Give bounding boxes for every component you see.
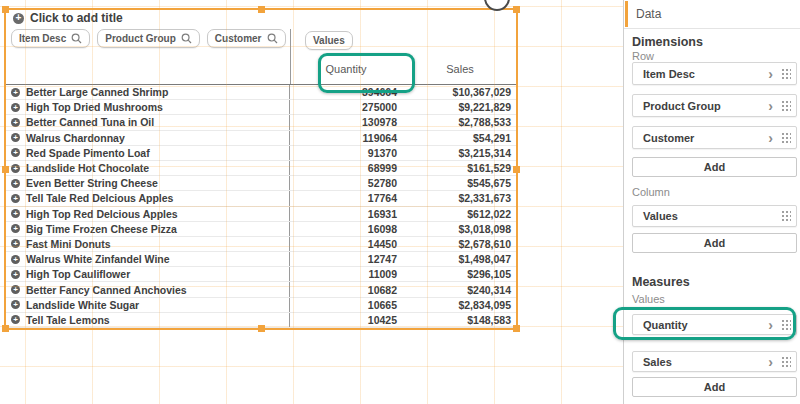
row-label: Even Better String Cheese (26, 177, 158, 189)
expand-row-icon[interactable] (11, 315, 20, 324)
column-item-label: Values (643, 210, 780, 222)
chevron-right-icon[interactable] (768, 355, 773, 369)
row-label-cell[interactable]: Tell Tale Red Delcious Apples (4, 191, 290, 205)
expand-row-icon[interactable] (11, 270, 20, 279)
row-label-cell[interactable]: Big Time Frozen Cheese Pizza (4, 222, 290, 236)
add-row-dimension-button[interactable]: Add (632, 157, 797, 177)
tab-data[interactable]: Data (624, 0, 800, 29)
drag-handle-icon[interactable] (780, 67, 791, 81)
resize-handle-top-left[interactable] (2, 6, 9, 13)
search-icon[interactable] (71, 33, 82, 44)
row-label: Better Fancy Canned Anchovies (26, 284, 187, 296)
table-row: Even Better String Cheese 52780 $545,675 (4, 176, 518, 191)
row-label: Landslide Hot Chocolate (26, 162, 149, 174)
row-label-cell[interactable]: Landslide Hot Chocolate (4, 161, 290, 175)
row-label-cell[interactable]: Landslide White Sugar (4, 298, 290, 312)
row-label: Fast Mini Donuts (26, 238, 111, 250)
measure-item-label: Sales (643, 356, 768, 368)
drag-handle-icon[interactable] (780, 318, 791, 332)
table-row: Walrus Chardonnay 119064 $54,291 (4, 131, 518, 146)
row-label-cell[interactable]: Tell Tale Lemons (4, 313, 290, 327)
expand-row-icon[interactable] (11, 164, 20, 173)
measures-heading: Measures (632, 275, 690, 289)
resize-handle-bottom-right[interactable] (513, 325, 520, 332)
dimension-filter-chip[interactable]: Product Group (97, 29, 200, 48)
row-label-cell[interactable]: Better Canned Tuna in Oil (4, 115, 290, 129)
drag-handle-icon[interactable] (780, 355, 791, 369)
row-label: High Top Red Delcious Apples (26, 208, 178, 220)
row-label-cell[interactable]: High Top Cauliflower (4, 267, 290, 281)
resize-handle-top-right[interactable] (513, 6, 520, 13)
row-label-cell[interactable]: Fast Mini Donuts (4, 237, 290, 251)
expand-row-icon[interactable] (11, 118, 20, 127)
app-screen: Click to add title Item Desc (0, 0, 800, 404)
column-item-values[interactable]: Values (632, 205, 797, 227)
sales-cell: $10,367,029 (402, 86, 518, 98)
expand-row-icon[interactable] (11, 300, 20, 309)
column-section-label: Column (632, 186, 670, 198)
quantity-cell: 17764 (290, 192, 402, 204)
row-label-cell[interactable]: Red Spade Pimento Loaf (4, 146, 290, 160)
drag-handle-icon[interactable] (780, 99, 791, 113)
expand-row-icon[interactable] (11, 88, 20, 97)
resize-handle-top-middle[interactable] (258, 6, 265, 13)
dimension-filter-chip[interactable]: Item Desc (11, 29, 90, 48)
resize-handle-middle-right[interactable] (513, 166, 520, 173)
add-column-dimension-button[interactable]: Add (632, 233, 797, 253)
column-header-quantity[interactable]: Quantity (290, 63, 402, 75)
add-measure-button[interactable]: Add (632, 377, 797, 397)
chip-label: Customer (215, 33, 262, 44)
expand-row-icon[interactable] (11, 285, 20, 294)
column-header-sales[interactable]: Sales (402, 63, 518, 75)
table-row: High Top Cauliflower 11009 $296,105 (4, 267, 518, 282)
expand-row-icon[interactable] (11, 179, 20, 188)
sales-cell: $3,018,098 (402, 223, 518, 235)
expand-row-icon[interactable] (11, 103, 20, 112)
table-row: Fast Mini Donuts 14450 $2,678,610 (4, 237, 518, 252)
expand-row-icon[interactable] (11, 239, 20, 248)
drag-handle-icon[interactable] (780, 209, 791, 223)
expand-row-icon[interactable] (11, 255, 20, 264)
measure-item[interactable]: Quantity (632, 314, 797, 335)
measure-item[interactable]: Sales (632, 351, 797, 372)
dimension-filter-chip[interactable]: Customer (207, 29, 286, 48)
dimension-item[interactable]: Product Group (632, 94, 797, 117)
dimension-item-label: Item Desc (643, 68, 768, 80)
properties-panel: Data Dimensions Row Item Desc Product Gr… (623, 0, 800, 404)
dimension-item[interactable]: Item Desc (632, 62, 797, 85)
expand-row-icon[interactable] (11, 194, 20, 203)
row-label-cell[interactable]: Even Better String Cheese (4, 176, 290, 190)
expand-row-icon[interactable] (11, 209, 20, 218)
row-label: High Top Dried Mushrooms (26, 101, 163, 113)
expand-row-icon[interactable] (11, 224, 20, 233)
search-icon[interactable] (181, 33, 192, 44)
drag-handle-icon[interactable] (780, 131, 791, 145)
row-label-cell[interactable]: High Top Red Delcious Apples (4, 207, 290, 221)
row-label: High Top Cauliflower (26, 268, 130, 280)
expand-row-icon[interactable] (11, 148, 20, 157)
sales-cell: $1,498,047 (402, 253, 518, 265)
sales-cell: $2,834,095 (402, 299, 518, 311)
chevron-right-icon[interactable] (768, 99, 773, 113)
search-icon[interactable] (267, 33, 278, 44)
dimension-item[interactable]: Customer (632, 126, 797, 149)
expand-row-icon[interactable] (11, 133, 20, 142)
column-dimensions-list: Values (632, 205, 797, 227)
row-label-cell[interactable]: High Top Dried Mushrooms (4, 100, 290, 114)
chip-label: Item Desc (19, 33, 66, 44)
resize-handle-bottom-middle[interactable] (258, 325, 265, 332)
chevron-right-icon[interactable] (768, 131, 773, 145)
row-label-cell[interactable]: Walrus Chardonnay (4, 131, 290, 145)
row-label-cell[interactable]: Better Large Canned Shrimp (4, 85, 290, 99)
chevron-right-icon[interactable] (768, 318, 773, 332)
chart-title-placeholder[interactable]: Click to add title (13, 11, 123, 25)
chevron-right-icon[interactable] (768, 67, 773, 81)
pivot-table-object[interactable]: Click to add title Item Desc (4, 8, 518, 330)
row-label-cell[interactable]: Walrus White Zinfandel Wine (4, 252, 290, 266)
sales-cell: $612,022 (402, 208, 518, 220)
quantity-cell: 16931 (290, 208, 402, 220)
row-label-cell[interactable]: Better Fancy Canned Anchovies (4, 282, 290, 296)
resize-handle-bottom-left[interactable] (2, 325, 9, 332)
column-chip-values[interactable]: Values (305, 31, 353, 50)
resize-handle-middle-left[interactable] (2, 166, 9, 173)
